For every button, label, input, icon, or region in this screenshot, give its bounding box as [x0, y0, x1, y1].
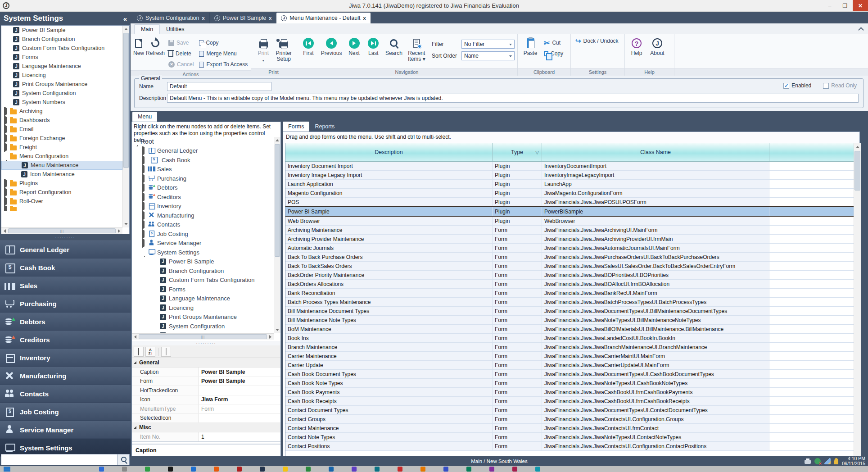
- expander-icon[interactable]: [135, 138, 139, 145]
- refresh-button[interactable]: Refresh: [146, 36, 165, 69]
- copy-menu-button[interactable]: Copy: [197, 38, 249, 48]
- tree-item[interactable]: Foreign Exchange: [1, 134, 122, 143]
- menu-tree-item[interactable]: General Ledger: [132, 146, 274, 156]
- nav-debtors[interactable]: Debtors: [0, 313, 131, 331]
- name-field[interactable]: Default: [167, 82, 271, 91]
- tree-item[interactable]: Dashboards: [1, 116, 122, 125]
- next-button[interactable]: Next: [345, 36, 363, 67]
- collapse-ribbon-icon[interactable]: [857, 25, 864, 32]
- table-row[interactable]: Contact Positions Form JiwaFinancials.Ji…: [285, 442, 854, 451]
- taskbar-app-icon[interactable]: [168, 467, 173, 472]
- expander-icon[interactable]: [142, 194, 146, 200]
- filter-combobox[interactable]: No Filter: [461, 40, 515, 49]
- scroll-right-icon[interactable]: [116, 228, 122, 234]
- expander-icon[interactable]: [142, 166, 146, 172]
- taskbar-app-icon[interactable]: [283, 467, 288, 472]
- maximize-button[interactable]: ❐: [837, 0, 853, 11]
- tree-item[interactable]: Menu Configuration: [1, 152, 122, 161]
- delete-button[interactable]: Delete: [167, 49, 195, 59]
- taskbar-app-icon[interactable]: [122, 467, 127, 472]
- scroll-left-icon[interactable]: [132, 334, 139, 340]
- taskbar-app-icon[interactable]: [489, 467, 494, 472]
- nav-contacts[interactable]: Contacts: [0, 385, 131, 403]
- expander-icon[interactable]: [4, 189, 9, 195]
- table-row[interactable]: BackOrder Priority Maintenance Form Jiwa…: [285, 271, 854, 280]
- tree-item[interactable]: [1, 206, 122, 211]
- expander-icon[interactable]: [142, 240, 146, 246]
- taskbar-app-icon[interactable]: [352, 467, 357, 472]
- nav-manufacturing[interactable]: Manufacturing: [0, 367, 131, 385]
- taskbar-app-icon[interactable]: [512, 467, 517, 472]
- table-row[interactable]: Inventory Image Legacy Import Plugin Inv…: [285, 171, 854, 180]
- table-row[interactable]: Archiving Maintenance Form JiwaFinancial…: [285, 226, 854, 235]
- tree-item[interactable]: Icon Maintenance: [1, 170, 122, 179]
- tree-horizontal-scrollbar[interactable]: |||: [1, 227, 122, 234]
- taskbar-app-icon[interactable]: [466, 467, 471, 472]
- table-row[interactable]: Automatic Journals Form JiwaFinancials.J…: [285, 244, 854, 253]
- taskbar-app-icon[interactable]: [398, 467, 402, 472]
- expander-icon[interactable]: [4, 153, 9, 159]
- nav-purchasing[interactable]: Purchasing: [0, 295, 131, 313]
- menu-tree-item[interactable]: Cash Book: [132, 155, 274, 165]
- menu-tree-item[interactable]: Custom Form Tabs Configuration: [132, 276, 274, 285]
- table-row[interactable]: Contact Note Types Form JiwaFinancials.J…: [285, 433, 854, 442]
- tree-item[interactable]: Roll-Over: [1, 197, 122, 206]
- table-row[interactable]: BoM Maintenance Form JiwaFinancials.Jiwa…: [285, 325, 854, 334]
- menu-tree-item[interactable]: Manufacturing: [132, 211, 274, 220]
- previous-button[interactable]: Previous: [320, 36, 344, 67]
- tree-item[interactable]: Power BI Sample: [1, 26, 122, 35]
- nav-inventory[interactable]: Inventory: [0, 349, 131, 367]
- column-description[interactable]: Description: [285, 143, 493, 161]
- taskbar-app-icon[interactable]: [191, 467, 196, 472]
- menu-tree-item[interactable]: Licencing: [132, 303, 274, 313]
- taskbar-app-icon[interactable]: [420, 467, 425, 472]
- table-row[interactable]: Cash Book Document Types Form JiwaFinanc…: [285, 370, 854, 379]
- tab-menu[interactable]: Menu: [132, 112, 157, 122]
- cut-button[interactable]: Cut: [542, 38, 565, 48]
- table-row[interactable]: Bill Maintenance Note Types Form JiwaFin…: [285, 316, 854, 325]
- taskbar-app-icon[interactable]: [329, 467, 334, 472]
- tree-item[interactable]: Archiving: [1, 107, 122, 116]
- menu-tree-item[interactable]: System Configuration: [132, 322, 274, 331]
- last-button[interactable]: Last: [365, 36, 382, 67]
- table-row[interactable]: Cash Book Note Types Form JiwaFinancials…: [285, 379, 854, 388]
- tree-vertical-scrollbar[interactable]: [122, 26, 129, 227]
- export-to-access-button[interactable]: Export To Access: [197, 59, 249, 69]
- scroll-down-icon[interactable]: [274, 327, 280, 333]
- categorized-view-button[interactable]: [134, 347, 144, 357]
- property-pages-button[interactable]: [161, 347, 171, 357]
- table-row[interactable]: Cash Book Receipts Form JiwaFinancials.J…: [285, 397, 854, 406]
- table-row[interactable]: POS Plugin JiwaFinancials.Jiwa.JiwaPOSUI…: [285, 198, 854, 207]
- alphabetical-sort-button[interactable]: AZ↓: [145, 347, 155, 357]
- category-misc[interactable]: Misc: [132, 423, 280, 432]
- tab-reports[interactable]: Reports: [309, 122, 340, 132]
- table-row[interactable]: Back To Back Purchase Orders Form JiwaFi…: [285, 253, 854, 262]
- expander-icon[interactable]: [142, 212, 146, 219]
- nav-general-ledger[interactable]: General Ledger: [0, 241, 131, 259]
- scrollbar-thumb[interactable]: [275, 144, 280, 257]
- expander-icon[interactable]: [142, 184, 146, 191]
- menu-tree-item[interactable]: Job Costing: [132, 229, 274, 239]
- search-button[interactable]: Search: [384, 36, 404, 67]
- nav-service-manager[interactable]: Service Manager: [0, 421, 131, 439]
- readonly-checkbox[interactable]: Read Only: [823, 82, 857, 89]
- expander-icon[interactable]: [142, 147, 146, 154]
- property-row[interactable]: MenuItemType Form: [132, 404, 280, 414]
- cancel-button[interactable]: Cancel: [167, 59, 195, 69]
- table-row[interactable]: Bill Maintenance Document Types Form Jiw…: [285, 307, 854, 316]
- ribbon-tab-main[interactable]: Main: [134, 24, 160, 34]
- scroll-up-icon[interactable]: [854, 143, 861, 150]
- table-row[interactable]: Archiving Provider Maintenance Form Jiwa…: [285, 235, 854, 244]
- tab-power-bi-sample[interactable]: J Power BI Sample x: [210, 13, 277, 23]
- property-row[interactable]: Icon Jiwa Form: [132, 395, 280, 405]
- table-row[interactable]: BackOrders Allocations Form JiwaFinancia…: [285, 280, 854, 289]
- paste-button[interactable]: Paste: [520, 36, 540, 67]
- menu-tree-item[interactable]: System Settings: [132, 248, 274, 257]
- table-row[interactable]: Book Ins Form JiwaFinancials.Jiwa.JiwaLa…: [285, 334, 854, 343]
- menu-tree-item[interactable]: Print Groups Maintenance: [132, 313, 274, 322]
- menu-tree-vertical-scrollbar[interactable]: [274, 137, 280, 333]
- nav-cash-book[interactable]: Cash Book: [0, 259, 131, 277]
- taskbar-app-icon[interactable]: [443, 467, 448, 472]
- merge-menu-button[interactable]: Merge Menu: [197, 49, 249, 59]
- table-row[interactable]: Launch Application Plugin LaunchApp: [285, 180, 854, 189]
